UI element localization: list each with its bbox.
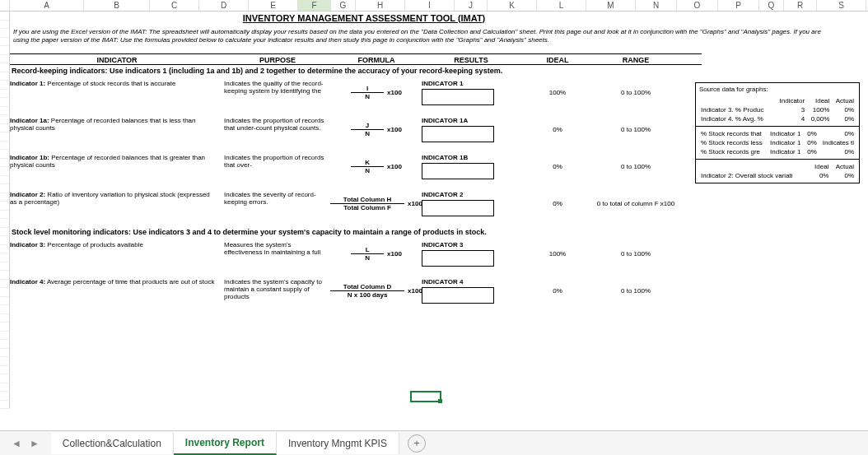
row-header[interactable]	[0, 81, 10, 90]
side-hdr-actual: Actual	[831, 96, 856, 105]
row-header[interactable]	[0, 271, 10, 280]
row-header[interactable]	[0, 245, 10, 254]
col-K[interactable]: K	[488, 0, 537, 11]
row-header[interactable]	[0, 132, 10, 142]
row-header[interactable]	[0, 193, 10, 202]
row-header[interactable]	[0, 12, 10, 21]
row-header[interactable]	[0, 228, 10, 237]
col-H[interactable]: H	[356, 0, 405, 11]
col-G[interactable]: G	[331, 0, 356, 11]
row-header[interactable]	[0, 219, 10, 228]
tab-next-icon[interactable]: ►	[30, 438, 40, 449]
col-I[interactable]: I	[405, 0, 455, 11]
row-header[interactable]	[0, 72, 10, 81]
ind1-result-box[interactable]	[422, 89, 494, 105]
tab-inventory-report[interactable]: Inventory Report	[174, 432, 277, 455]
ind2-result-box[interactable]	[422, 200, 494, 216]
row-header[interactable]	[0, 21, 10, 30]
row-header[interactable]	[0, 349, 10, 358]
row-header[interactable]	[0, 29, 10, 38]
row-header[interactable]	[0, 332, 10, 341]
row-header[interactable]	[0, 374, 10, 383]
col-D[interactable]: D	[199, 0, 249, 11]
col-L[interactable]: L	[537, 0, 586, 11]
row-header[interactable]	[0, 392, 10, 401]
ind1b-result-box[interactable]	[422, 163, 494, 179]
row-header[interactable]	[0, 90, 10, 99]
row-header[interactable]	[0, 46, 10, 55]
col-Q[interactable]: Q	[759, 0, 784, 11]
row-header[interactable]	[0, 297, 10, 306]
indicator-2-row: Indicator 2: Ratio of inventory variatio…	[10, 191, 702, 216]
row-header[interactable]	[0, 98, 10, 107]
ind3-ideal: 100%	[520, 241, 595, 267]
row-header[interactable]	[0, 211, 10, 220]
col-A[interactable]: A	[10, 0, 84, 11]
col-P[interactable]: P	[718, 0, 759, 11]
row-header[interactable]	[0, 184, 10, 193]
col-R[interactable]: R	[784, 0, 817, 11]
row-header[interactable]	[0, 262, 10, 272]
ind1a-result-box[interactable]	[422, 126, 494, 142]
col-N[interactable]: N	[636, 0, 677, 11]
row-header[interactable]	[0, 107, 10, 116]
add-sheet-button[interactable]: +	[408, 434, 426, 453]
ind3-num: L	[351, 246, 384, 254]
col-B[interactable]: B	[84, 0, 150, 11]
side-r5c: 0%	[805, 147, 819, 156]
row-header[interactable]	[0, 314, 10, 323]
col-C[interactable]: C	[150, 0, 199, 11]
ind3-result-box[interactable]	[422, 250, 494, 267]
row-header[interactable]	[0, 142, 10, 151]
indicator-1a-row: Indicator 1a: Percentage of recorded bal…	[10, 117, 702, 142]
row-headers[interactable]	[0, 12, 10, 409]
ind1-range: 0 to 100%	[595, 80, 677, 105]
row-header[interactable]	[0, 150, 10, 159]
row-header[interactable]	[0, 63, 10, 72]
row-header[interactable]	[0, 383, 10, 392]
row-header[interactable]	[0, 38, 10, 47]
row-header[interactable]	[0, 236, 10, 245]
row-header[interactable]	[0, 159, 10, 168]
source-data-box: Source data for graphs: IndicatorIdealAc…	[695, 82, 860, 183]
row-header[interactable]	[0, 115, 10, 124]
ind1a-purpose: Indicates the proportion of records that…	[224, 117, 331, 142]
ind4-result-box[interactable]	[422, 287, 494, 304]
row-header[interactable]	[0, 176, 10, 185]
ind1-text: Percentage of stock records that is accu…	[47, 80, 175, 87]
row-header[interactable]	[0, 55, 10, 64]
side-r5b: Indicator 1	[768, 147, 805, 156]
indicator-4-row: Indicator 4: Average percentage of time …	[10, 278, 702, 304]
row-header[interactable]	[0, 305, 10, 314]
row-header[interactable]	[0, 167, 10, 176]
sheet-tabs: ◄ ► Collection&Calculation Inventory Rep…	[0, 430, 868, 455]
tab-inventory-mngmt-kpis[interactable]: Inventory Mngmt KPIS	[277, 433, 399, 454]
row-header[interactable]	[0, 323, 10, 332]
tab-prev-icon[interactable]: ◄	[12, 438, 21, 449]
ind1-result-label: INDICATOR 1	[422, 80, 520, 87]
col-J[interactable]: J	[455, 0, 488, 11]
selected-cell[interactable]	[410, 391, 441, 402]
row-header[interactable]	[0, 253, 10, 262]
ind2-den: Total Column F	[330, 204, 404, 211]
row-header[interactable]	[0, 401, 10, 410]
col-M[interactable]: M	[586, 0, 636, 11]
row-header[interactable]	[0, 340, 10, 349]
row-header[interactable]	[0, 366, 10, 375]
tab-collection-calculation[interactable]: Collection&Calculation	[51, 433, 174, 454]
col-E[interactable]: E	[249, 0, 298, 11]
hdr-ideal: IDEAL	[520, 54, 595, 64]
tab-nav-arrows[interactable]: ◄ ►	[0, 438, 51, 449]
row-header[interactable]	[0, 280, 10, 289]
column-headers[interactable]: ABCDEFGHIJKLMNOPQRS	[0, 0, 868, 12]
col-F[interactable]: F	[298, 0, 331, 11]
row-header[interactable]	[0, 357, 10, 366]
section-stock-level: Stock level monitoring indicators: Use i…	[12, 228, 702, 236]
ind1a-range: 0 to 100%	[595, 117, 677, 142]
side-r4d: Indicates tl	[819, 138, 856, 147]
row-header[interactable]	[0, 288, 10, 297]
col-S[interactable]: S	[817, 0, 866, 11]
col-O[interactable]: O	[677, 0, 718, 11]
row-header[interactable]	[0, 202, 10, 211]
row-header[interactable]	[0, 124, 10, 133]
